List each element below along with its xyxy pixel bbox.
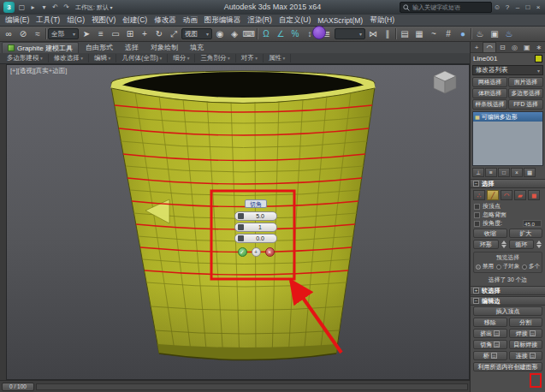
hierarchy-tab[interactable]: ⊟	[496, 42, 508, 52]
modifier-button[interactable]: 面片选择	[508, 77, 543, 87]
soft-selection-rollout-header[interactable]: + 软选择	[471, 286, 545, 295]
workspace-selector[interactable]: 工作区: 默认	[75, 3, 113, 12]
undo-icon[interactable]: ↶	[50, 3, 60, 11]
angle-value-field[interactable]: 45.0	[523, 220, 542, 227]
ribbon-tab-freeform[interactable]: 自由形式	[80, 42, 118, 53]
caddy-segments-field[interactable]: 1	[234, 223, 277, 232]
preview-disable-radio[interactable]: 禁用	[476, 263, 494, 270]
select-and-rotate-icon[interactable]: ↻	[152, 27, 166, 41]
max-logo-icon[interactable]: 3	[3, 2, 15, 13]
chamfer-settings-button[interactable]: □	[494, 342, 500, 347]
modify-tab[interactable]: ◠	[483, 42, 496, 52]
menu-item[interactable]: 修改器	[151, 15, 180, 26]
vertex-mode-icon[interactable]: ∴	[473, 190, 485, 200]
menu-item[interactable]: 自定义(U)	[275, 15, 314, 26]
menu-item[interactable]: 图形编辑器	[201, 15, 245, 26]
ribbon-tab-populate[interactable]: 填充	[185, 42, 209, 53]
modifier-button[interactable]: 多边形选择	[508, 88, 543, 98]
menu-item[interactable]: 工具(T)	[33, 15, 63, 26]
select-and-link-icon[interactable]: ∞	[2, 27, 15, 41]
modifier-button[interactable]: FFD 选择	[508, 99, 543, 110]
weld-settings-button[interactable]: □	[530, 330, 536, 336]
create-tab[interactable]: +	[471, 42, 483, 52]
help-icon[interactable]: ?	[502, 2, 512, 13]
unlink-selection-icon[interactable]: ⊘	[16, 27, 30, 41]
material-editor-icon[interactable]: ●	[456, 27, 470, 41]
select-by-name-icon[interactable]: ≡	[94, 27, 108, 41]
sign-in-icon[interactable]: ☺	[492, 2, 502, 13]
select-and-scale-icon[interactable]: ⤢	[167, 27, 181, 41]
ribbon-panel-button[interactable]: 属性	[264, 54, 291, 62]
keyboard-override-icon[interactable]: ⌨	[242, 27, 256, 41]
ribbon-tab-object-paint[interactable]: 对象绘制	[145, 42, 183, 53]
menu-item[interactable]: MAXScript(M)	[314, 16, 366, 25]
toolbar-separator[interactable]	[257, 28, 258, 39]
curve-editor-icon[interactable]: ~	[427, 27, 441, 41]
polygon-mode-icon[interactable]: ▰	[514, 190, 526, 200]
ribbon-tab-graphite[interactable]: Graphite 建模工具	[2, 42, 79, 53]
remove-modifier-icon[interactable]: ×	[511, 168, 523, 177]
stack-item-editable-poly[interactable]: ▦ 可编辑多边形	[473, 112, 542, 122]
maximize-button[interactable]: □	[523, 2, 533, 13]
menu-item[interactable]: 帮助(H)	[366, 15, 398, 26]
toolbar-separator[interactable]	[45, 28, 47, 39]
extrude-settings-button[interactable]: □	[494, 330, 500, 336]
close-button[interactable]: ×	[533, 2, 543, 13]
preview-subobject-radio[interactable]: 子对象	[496, 263, 520, 270]
caddy-title[interactable]: 切角	[245, 199, 267, 208]
element-mode-icon[interactable]: ◼	[528, 190, 540, 200]
remove-button[interactable]: 移除	[473, 318, 507, 327]
ribbon-panel-button[interactable]: 细分	[168, 54, 195, 62]
object-color-swatch[interactable]	[535, 55, 542, 62]
chamfer-button[interactable]: 切角 □	[473, 340, 507, 349]
ribbon-panel-button[interactable]: 对齐	[236, 54, 264, 62]
menu-item[interactable]: 动画	[180, 15, 201, 26]
toolbar-separator[interactable]	[395, 28, 397, 39]
caddy-ok-button[interactable]: ✓	[238, 247, 247, 257]
select-object-icon[interactable]: ➤	[80, 27, 93, 41]
selection-region-icon[interactable]: ▭	[109, 27, 122, 41]
split-button[interactable]: 分割	[509, 318, 543, 327]
window-crossing-icon[interactable]: ⊞	[123, 27, 137, 41]
insert-vertex-button[interactable]: 插入顶点	[473, 306, 542, 316]
ribbon-panel-button[interactable]: 几何体(全部)	[116, 54, 168, 62]
menu-item[interactable]: 组(G)	[63, 15, 88, 26]
caddy-apply-button[interactable]: +	[252, 247, 261, 257]
angle-snap-icon[interactable]: ∠	[274, 27, 287, 41]
selection-rollout-header[interactable]: − 选择	[471, 179, 545, 188]
modifier-button[interactable]: 样条线选择	[472, 99, 507, 110]
make-unique-icon[interactable]: □	[498, 168, 510, 177]
motion-tab[interactable]: ◎	[509, 42, 521, 52]
use-pivot-center-icon[interactable]: ◉	[213, 27, 227, 41]
align-icon[interactable]: ∥	[381, 27, 394, 41]
utilities-tab[interactable]: ∗	[533, 42, 545, 52]
open-file-icon[interactable]: ▸	[28, 3, 38, 11]
mirror-icon[interactable]: ⋈	[366, 27, 380, 41]
modifier-button[interactable]: 体积选择	[472, 88, 507, 98]
show-end-result-icon[interactable]: ≡	[485, 168, 497, 177]
extrude-button[interactable]: 挤出 □	[473, 329, 507, 338]
caddy-amount-field[interactable]: 5.0	[234, 211, 277, 221]
render-production-icon[interactable]: ♨	[502, 27, 516, 41]
loop-button[interactable]: 循环	[509, 240, 535, 249]
menu-item[interactable]: 编辑(E)	[2, 15, 33, 26]
menu-item[interactable]: 创建(C)	[119, 15, 151, 26]
ring-button[interactable]: 环形	[473, 240, 499, 249]
bind-to-space-warp-icon[interactable]: ≈	[31, 27, 44, 41]
ribbon-panel-button[interactable]: 修改选择	[49, 54, 89, 62]
percent-snap-icon[interactable]: %	[288, 27, 302, 41]
named-selection-dropdown[interactable]	[335, 28, 365, 39]
ribbon-panel-button[interactable]: 编辑	[89, 54, 116, 62]
render-setup-icon[interactable]: ♨	[473, 27, 487, 41]
ribbon-tab-selection[interactable]: 选择	[120, 42, 144, 53]
by-vertex-checkbox[interactable]	[474, 204, 480, 210]
select-and-manipulate-icon[interactable]: ◈	[228, 27, 241, 41]
layer-manager-icon[interactable]: ▤	[398, 27, 412, 41]
reference-coordinate-dropdown[interactable]: 视图	[181, 28, 212, 39]
edit-edges-rollout-header[interactable]: − 编辑边	[471, 296, 545, 306]
pin-stack-icon[interactable]: ⊥	[472, 168, 484, 177]
modifier-button[interactable]: 网格选择	[472, 77, 507, 87]
connect-settings-button[interactable]: □	[530, 353, 536, 359]
menu-item[interactable]: 渲染(R)	[244, 15, 275, 26]
menu-item[interactable]: 视图(V)	[88, 15, 119, 26]
